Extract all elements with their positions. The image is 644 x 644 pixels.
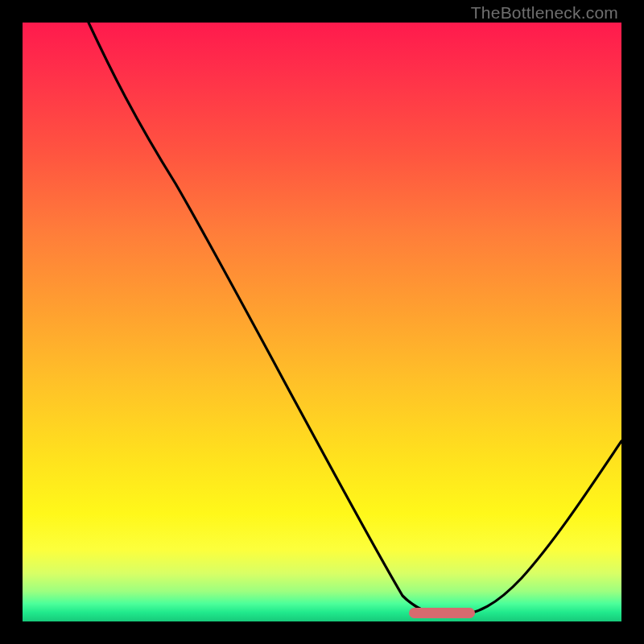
optimal-range-pill xyxy=(409,608,475,618)
chart-frame xyxy=(23,23,621,621)
curve-path xyxy=(89,23,621,616)
bottleneck-curve xyxy=(23,23,621,621)
watermark-text: TheBottleneck.com xyxy=(471,3,618,23)
